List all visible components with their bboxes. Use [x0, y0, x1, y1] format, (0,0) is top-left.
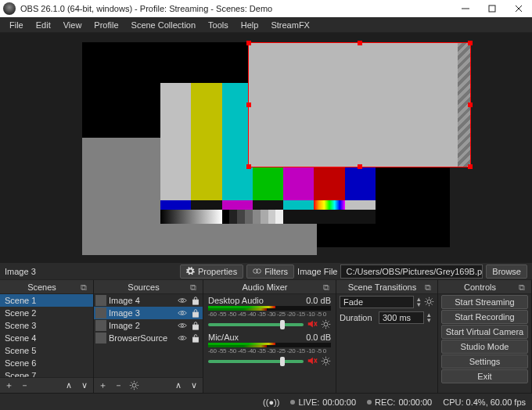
- source-up-button[interactable]: ∧: [171, 379, 185, 392]
- volume-slider[interactable]: [208, 360, 304, 363]
- start-streaming-button[interactable]: Start Streaming: [441, 295, 528, 309]
- resize-handle[interactable]: [246, 102, 251, 107]
- visibility-toggle[interactable]: [177, 308, 188, 318]
- studio-mode-button[interactable]: Studio Mode: [441, 340, 528, 354]
- channel-settings-button[interactable]: [321, 319, 331, 331]
- undock-icon[interactable]: ⧉: [190, 282, 200, 292]
- channel-name: Mic/Aux: [208, 333, 239, 342]
- settings-button[interactable]: Settings: [441, 354, 528, 369]
- start-recording-button[interactable]: Start Recording: [441, 310, 528, 324]
- mute-button[interactable]: [307, 355, 318, 368]
- properties-button[interactable]: Properties: [180, 264, 243, 279]
- audio-mixer-dock: Audio Mixer⧉ Desktop Audio0.0 dB-60 -55 …: [203, 280, 336, 393]
- close-button[interactable]: [505, 0, 532, 17]
- chevron-updown-icon[interactable]: ▴▾: [427, 312, 431, 323]
- source-item[interactable]: Image 4: [94, 294, 203, 307]
- docks-row: Scenes⧉ Scene 1Scene 2Scene 3Scene 4Scen…: [0, 280, 532, 393]
- lock-toggle[interactable]: [190, 333, 201, 343]
- rec-dot-icon: [367, 400, 372, 405]
- source-type-icon: [95, 333, 106, 343]
- menu-edit[interactable]: Edit: [30, 19, 57, 31]
- lock-toggle[interactable]: [190, 320, 201, 331]
- mute-button[interactable]: [307, 318, 318, 331]
- menu-streamfx[interactable]: StreamFX: [264, 19, 316, 31]
- sources-list[interactable]: Image 4Image 3Image 2BrowserSource: [94, 294, 203, 377]
- menu-tools[interactable]: Tools: [202, 19, 235, 31]
- scene-up-button[interactable]: ∧: [62, 379, 76, 392]
- source-properties-button[interactable]: [127, 379, 141, 392]
- channel-settings-button[interactable]: [321, 356, 331, 368]
- menu-help[interactable]: Help: [235, 19, 265, 31]
- visibility-toggle[interactable]: [177, 320, 188, 331]
- lock-toggle[interactable]: [190, 308, 201, 318]
- duration-field[interactable]: 300 ms: [379, 311, 424, 324]
- browse-button[interactable]: Browse: [486, 264, 527, 279]
- source-item[interactable]: Image 2: [94, 319, 203, 332]
- undock-icon[interactable]: ⧉: [519, 282, 528, 292]
- broadcast-icon: ((●)): [263, 397, 279, 407]
- transitions-dock: Scene Transitions⧉ Fade ▴▾ Duration 300 …: [336, 280, 438, 393]
- scene-item[interactable]: Scene 2: [0, 307, 93, 319]
- menu-view[interactable]: View: [57, 19, 88, 31]
- visibility-toggle[interactable]: [177, 295, 188, 306]
- remove-source-button[interactable]: －: [111, 379, 125, 392]
- scene-item[interactable]: Scene 5: [0, 344, 93, 357]
- svg-rect-4: [193, 300, 199, 304]
- menubar: FileEditViewProfileScene CollectionTools…: [0, 17, 532, 33]
- remove-scene-button[interactable]: －: [17, 379, 31, 392]
- scenes-list[interactable]: Scene 1Scene 2Scene 3Scene 4Scene 5Scene…: [0, 294, 93, 377]
- mixer-title: Audio Mixer: [207, 282, 323, 292]
- scenes-dock: Scenes⧉ Scene 1Scene 2Scene 3Scene 4Scen…: [0, 280, 94, 393]
- undock-icon[interactable]: ⧉: [81, 282, 90, 292]
- volume-slider[interactable]: [208, 323, 304, 326]
- menu-scene-collection[interactable]: Scene Collection: [125, 19, 203, 31]
- menu-profile[interactable]: Profile: [88, 19, 124, 31]
- undock-icon[interactable]: ⧉: [323, 282, 332, 292]
- transition-select[interactable]: Fade: [340, 296, 414, 308]
- scene-item[interactable]: Scene 6: [0, 357, 93, 369]
- svg-point-13: [324, 359, 328, 363]
- image-file-field[interactable]: C:/Users/OBS/Pictures/Grey169B.png: [340, 264, 483, 279]
- scene-down-button[interactable]: ∨: [77, 379, 92, 392]
- audio-meter: [208, 306, 331, 311]
- audio-meter: [208, 343, 331, 347]
- svg-point-9: [182, 337, 184, 340]
- resize-handle[interactable]: [468, 41, 473, 45]
- source-item[interactable]: BrowserSource: [94, 332, 203, 344]
- preview-canvas[interactable]: [82, 42, 450, 247]
- resize-handle[interactable]: [468, 102, 473, 107]
- source-type-icon: [95, 295, 106, 306]
- source-toolbar: Image 3 Properties Filters Image File C:…: [0, 263, 532, 280]
- scene-item[interactable]: Scene 4: [0, 332, 93, 344]
- scene-item[interactable]: Scene 7: [0, 369, 93, 377]
- preview-area[interactable]: [0, 33, 532, 263]
- scene-item[interactable]: Scene 1: [0, 294, 93, 307]
- scene-item[interactable]: Scene 3: [0, 319, 93, 332]
- add-source-button[interactable]: ＋: [95, 379, 110, 392]
- visibility-toggle[interactable]: [177, 333, 188, 343]
- resize-handle[interactable]: [246, 164, 251, 169]
- lock-toggle[interactable]: [190, 295, 201, 306]
- filters-button[interactable]: Filters: [246, 264, 294, 279]
- transition-settings-button[interactable]: [424, 297, 434, 308]
- maximize-button[interactable]: [479, 0, 505, 17]
- add-scene-button[interactable]: ＋: [2, 379, 16, 392]
- rec-time: 00:00:00: [398, 397, 432, 407]
- image-file-label: Image File: [297, 267, 337, 276]
- resize-handle[interactable]: [358, 164, 362, 169]
- chevron-updown-icon[interactable]: ▴▾: [417, 297, 421, 308]
- filters-icon: [253, 267, 261, 275]
- live-label: LIVE:: [298, 397, 319, 407]
- resize-handle[interactable]: [358, 41, 362, 45]
- exit-button[interactable]: Exit: [441, 369, 528, 383]
- menu-file[interactable]: File: [3, 19, 30, 31]
- app-logo-icon: [3, 2, 16, 15]
- start-virtual-camera-button[interactable]: Start Virtual Camera: [441, 325, 528, 339]
- source-item[interactable]: Image 3: [94, 307, 203, 319]
- source-down-button[interactable]: ∨: [187, 379, 201, 392]
- undock-icon[interactable]: ⧉: [425, 282, 434, 292]
- preview-source-selected[interactable]: [248, 42, 471, 167]
- resize-handle[interactable]: [468, 164, 473, 169]
- minimize-button[interactable]: [452, 0, 479, 17]
- resize-handle[interactable]: [246, 41, 251, 45]
